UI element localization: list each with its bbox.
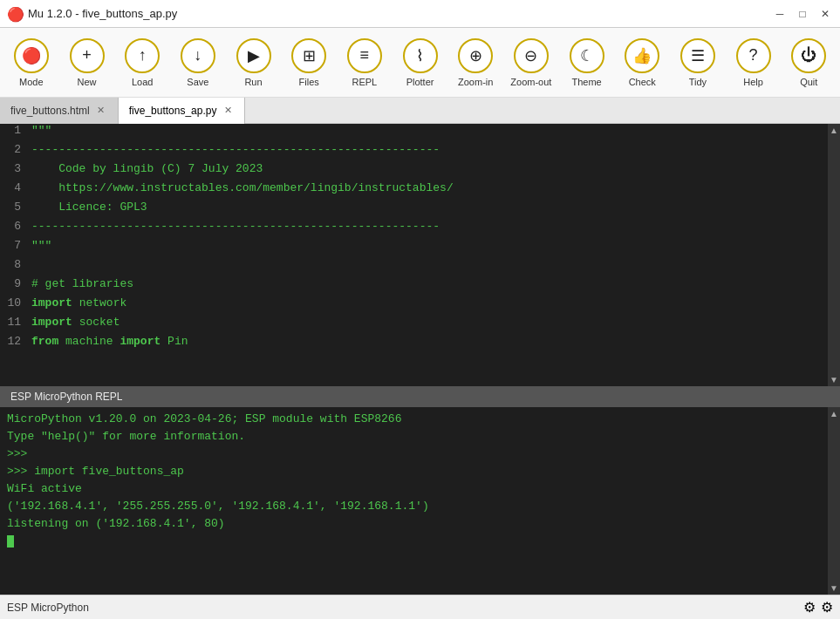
toolbar-btn-zoomin[interactable]: ⊕Zoom-in (449, 32, 502, 93)
code-line: 10import network (0, 296, 828, 316)
code-line: 4 https://www.instructables.com/member/l… (0, 181, 828, 201)
toolbar-btn-tidy[interactable]: ☰Tidy (672, 32, 724, 93)
zoomout-label: Zoom-out (510, 77, 551, 87)
scroll-down-arrow[interactable]: ▼ (830, 375, 838, 384)
repl-label: REPL (352, 77, 377, 87)
title-bar: 🔴 Mu 1.2.0 - five_buttons_ap.py ─ □ ✕ (0, 0, 840, 28)
cursor (7, 535, 14, 548)
line-content[interactable]: Licence: GPL3 (31, 201, 147, 214)
code-line: 12from machine import Pin (0, 335, 828, 354)
repl-line: MicroPython v1.20.0 on 2023-04-26; ESP m… (7, 412, 833, 430)
mode-label: Mode (19, 77, 44, 87)
line-number: 2 (0, 143, 31, 156)
line-content[interactable]: ----------------------------------------… (31, 143, 440, 156)
quit-label: Quit (800, 77, 817, 87)
help-icon: ? (736, 38, 771, 73)
toolbar-btn-zoomout[interactable]: ⊖Zoom-out (505, 32, 557, 93)
repl-scroll-up-arrow[interactable]: ▲ (830, 409, 838, 418)
close-button[interactable]: ✕ (817, 6, 833, 22)
scroll-up-arrow[interactable]: ▲ (830, 126, 838, 135)
new-icon: + (70, 38, 105, 73)
status-label: ESP MicroPython (7, 602, 89, 614)
repl-scroll-down-arrow[interactable]: ▼ (830, 583, 838, 593)
code-line: 1""" (0, 124, 828, 143)
editor-area: 1"""2-----------------------------------… (0, 124, 840, 386)
line-number: 9 (0, 277, 31, 290)
load-icon: ↑ (125, 38, 160, 73)
toolbar-btn-mode[interactable]: 🔴Mode (5, 32, 58, 93)
check-icon: 👍 (625, 38, 659, 73)
code-line: 6---------------------------------------… (0, 220, 828, 239)
minimize-button[interactable]: ─ (772, 6, 788, 22)
load-label: Load (132, 77, 153, 87)
toolbar-btn-new[interactable]: +New (61, 32, 113, 93)
files-label: Files (299, 77, 319, 87)
line-number: 7 (0, 239, 31, 252)
toolbar-btn-quit[interactable]: ⏻Quit (782, 32, 835, 93)
line-content[interactable]: """ (31, 124, 51, 137)
tab-close-tab2[interactable]: ✕ (222, 105, 234, 117)
line-number: 8 (0, 258, 31, 271)
line-number: 5 (0, 201, 31, 214)
toolbar-btn-plotter[interactable]: ⌇Plotter (394, 32, 447, 93)
line-content[interactable]: Code by lingib (C) 7 July 2023 (31, 162, 263, 175)
repl-content[interactable]: MicroPython v1.20.0 on 2023-04-26; ESP m… (0, 407, 840, 595)
line-content[interactable]: import socket (31, 316, 120, 329)
code-line: 8 (0, 258, 828, 277)
theme-icon: ☾ (570, 38, 604, 73)
editor-content[interactable]: 1"""2-----------------------------------… (0, 124, 828, 386)
toolbar-btn-save[interactable]: ↓Save (172, 32, 224, 93)
line-number: 4 (0, 181, 31, 194)
editor-scrollbar[interactable]: ▲ ▼ (828, 124, 840, 386)
plotter-icon: ⌇ (403, 38, 438, 73)
line-content[interactable]: """ (31, 239, 51, 252)
line-content[interactable]: ----------------------------------------… (31, 220, 440, 233)
title-text: Mu 1.2.0 - five_buttons_ap.py (28, 7, 177, 20)
code-line: 3 Code by lingib (C) 7 July 2023 (0, 162, 828, 181)
toolbar-btn-load[interactable]: ↑Load (116, 32, 168, 93)
run-icon: ▶ (236, 38, 271, 73)
gear-icon-1[interactable]: ⚙ (803, 599, 816, 616)
toolbar-btn-files[interactable]: ⊞Files (283, 32, 335, 93)
window-controls: ─ □ ✕ (772, 6, 833, 22)
save-label: Save (187, 77, 208, 87)
tidy-label: Tidy (689, 77, 707, 87)
repl-area: MicroPython v1.20.0 on 2023-04-26; ESP m… (0, 407, 840, 595)
repl-line: Type "help()" for more information. (7, 430, 833, 447)
tab-tab2[interactable]: five_buttons_ap.py✕ (119, 98, 246, 124)
code-line: 2---------------------------------------… (0, 143, 828, 162)
line-number: 10 (0, 296, 31, 310)
quit-icon: ⏻ (791, 38, 826, 73)
new-label: New (78, 77, 97, 87)
app-icon: 🔴 (7, 6, 23, 22)
tab-label-tab1: five_buttons.html (10, 105, 90, 117)
toolbar-btn-check[interactable]: 👍Check (616, 32, 668, 93)
maximize-button[interactable]: □ (795, 6, 810, 22)
line-content[interactable]: https://www.instructables.com/member/lin… (31, 181, 454, 194)
code-line: 7""" (0, 239, 828, 258)
repl-divider: ESP MicroPython REPL (0, 386, 840, 407)
repl-scrollbar[interactable]: ▲ ▼ (828, 407, 840, 595)
code-line: 11import socket (0, 316, 828, 335)
toolbar-btn-theme[interactable]: ☾Theme (561, 32, 613, 93)
toolbar-btn-run[interactable]: ▶Run (228, 32, 280, 93)
check-label: Check (629, 77, 656, 87)
code-line: 5 Licence: GPL3 (0, 201, 828, 220)
toolbar-btn-help[interactable]: ?Help (727, 32, 780, 93)
settings-icon[interactable]: ⚙ (821, 599, 833, 616)
zoomin-label: Zoom-in (458, 77, 493, 87)
repl-line[interactable] (7, 534, 833, 552)
line-content[interactable]: from machine import Pin (31, 335, 188, 348)
line-content[interactable]: import network (31, 296, 126, 310)
line-content[interactable]: # get libraries (31, 277, 133, 290)
files-icon: ⊞ (291, 38, 326, 73)
tab-tab1[interactable]: five_buttons.html✕ (0, 98, 119, 124)
repl-icon: ≡ (347, 38, 382, 73)
zoomout-icon: ⊖ (514, 38, 549, 73)
line-number: 3 (0, 162, 31, 175)
run-label: Run (244, 77, 262, 87)
tabs-bar: five_buttons.html✕five_buttons_ap.py✕ (0, 98, 840, 124)
plotter-label: Plotter (406, 77, 434, 87)
tab-close-tab1[interactable]: ✕ (95, 105, 107, 117)
toolbar-btn-repl[interactable]: ≡REPL (338, 32, 391, 93)
